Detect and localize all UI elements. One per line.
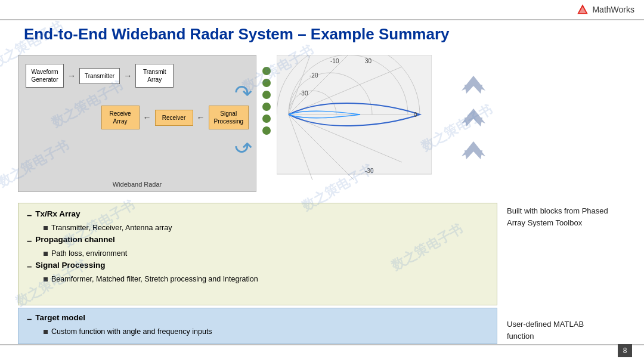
polar-label-neg10: -10 [330, 58, 339, 64]
txrx-label: Tx/Rx Array [35, 209, 80, 218]
target-model-title: – Target model [27, 313, 488, 324]
transmitter-block: Transmitter [79, 68, 120, 84]
curved-arrow-right: ↷ [234, 81, 252, 106]
right-text-top-content: Built with blocks from PhasedArray Syste… [507, 206, 608, 227]
polar-label-neg20: -20 [309, 72, 318, 79]
aircraft-icon-3 [456, 138, 491, 165]
green-dot-2 [262, 79, 271, 87]
aircraft-area [456, 73, 491, 165]
arrow-3: ← [197, 113, 205, 122]
sub-text-txrx: Transmitter, Receiver, Antenna array [51, 224, 172, 232]
diagram-row-1: WaveformGenerator → Transmitter → Transm… [26, 64, 249, 88]
page-title: End-to-End Wideband Radar System – Examp… [24, 25, 450, 44]
aircraft-icon-2 [456, 106, 491, 132]
receiver-block: Receiver [155, 110, 193, 126]
target-model-sub-text: Custom function with angle and frequency… [51, 327, 212, 336]
sub-text-sigproc: Beamformer, Matched filter, Stretch proc… [51, 275, 258, 283]
bullet-sq-2 [44, 252, 48, 256]
green-dot-4 [262, 103, 271, 111]
green-dot-6 [262, 126, 271, 135]
polar-label-neg30: -30 [299, 90, 308, 97]
bullet-item-txrx: – Tx/Rx Array [27, 209, 488, 220]
arrow-2: → [123, 71, 132, 81]
svg-marker-10 [462, 76, 485, 91]
list-area: – Tx/Rx Array Transmitter, Receiver, Ant… [18, 203, 497, 344]
green-dots-column [262, 67, 271, 135]
right-text-bottom: User-defined MATLABfunction [507, 318, 626, 342]
svg-marker-12 [473, 85, 482, 94]
mathworks-logo: MathWorks [577, 4, 634, 16]
prop-label: Propagation channel [35, 235, 115, 244]
svg-marker-15 [473, 117, 482, 126]
top-section: WaveformGenerator → Transmitter → Transm… [18, 55, 626, 198]
svg-marker-18 [473, 150, 482, 159]
svg-marker-14 [465, 117, 473, 126]
diagram-row-2: SignalProcessing ← Receiver ← ReceiveArr… [26, 106, 249, 129]
arrow-1: → [67, 71, 76, 81]
bullet-list-box: – Tx/Rx Array Transmitter, Receiver, Ant… [18, 203, 497, 305]
bullet-sq-target [44, 330, 48, 334]
mathworks-logo-text: MathWorks [592, 5, 634, 14]
target-model-label: Target model [35, 313, 85, 322]
top-divider [0, 19, 644, 20]
polar-label-neg30-bottom: -30 [365, 168, 374, 174]
bullet-item-sigproc: – Signal Processing [27, 261, 488, 271]
polar-chart-svg: -10 30 -20 -30 0 -30 [277, 55, 432, 180]
aircraft-icon-1 [456, 73, 491, 100]
bottom-section: – Tx/Rx Array Transmitter, Receiver, Ant… [18, 203, 626, 344]
transmit-array-block: TransmitArray [135, 64, 174, 88]
right-text-top: Built with blocks from PhasedArray Syste… [507, 205, 626, 228]
svg-marker-17 [465, 150, 473, 159]
green-dot-5 [262, 115, 271, 123]
target-model-sub: Custom function with angle and frequency… [44, 327, 488, 336]
polar-label-0: 0 [414, 112, 417, 118]
signal-processing-block: SignalProcessing [209, 106, 249, 129]
curved-arrow-left: ↷ [234, 133, 252, 158]
polar-chart: -10 30 -20 -30 0 -30 [277, 55, 444, 186]
svg-marker-11 [465, 85, 473, 94]
target-model-box: – Target model Custom function with angl… [18, 308, 497, 344]
diagram-label: Wideband Radar [113, 181, 162, 188]
dash-1: – [27, 210, 32, 220]
dash-2: – [27, 236, 32, 246]
arrow-4: ← [143, 113, 151, 122]
main-content: WaveformGenerator → Transmitter → Transm… [18, 55, 626, 344]
svg-marker-13 [462, 109, 485, 123]
mathworks-logo-icon [577, 4, 589, 16]
page-number: 8 [618, 344, 632, 357]
right-text-bottom-content: User-defined MATLABfunction [507, 320, 584, 341]
receive-array-block: ReceiveArray [101, 106, 140, 129]
waveform-generator-block: WaveformGenerator [26, 64, 64, 88]
sub-item-prop: Path loss, environment [44, 249, 488, 258]
sigproc-label: Signal Processing [35, 261, 105, 270]
green-dot-3 [262, 91, 271, 99]
target-dash: – [27, 314, 32, 324]
bottom-divider [0, 344, 644, 345]
sub-item-txrx: Transmitter, Receiver, Antenna array [44, 224, 488, 232]
bullet-sq-3 [44, 277, 48, 281]
right-text-area: Built with blocks from PhasedArray Syste… [507, 203, 626, 344]
bullet-sq-1 [44, 226, 48, 230]
green-dot-1 [262, 67, 271, 75]
bullet-item-prop: – Propagation channel [27, 235, 488, 246]
sub-text-prop: Path loss, environment [51, 249, 127, 258]
polar-label-pos30: 30 [365, 58, 372, 64]
top-bar: MathWorks [525, 0, 644, 19]
sub-item-sigproc: Beamformer, Matched filter, Stretch proc… [44, 275, 488, 283]
dash-3: – [27, 261, 32, 271]
svg-marker-16 [462, 141, 485, 156]
block-diagram: WaveformGenerator → Transmitter → Transm… [18, 55, 256, 192]
